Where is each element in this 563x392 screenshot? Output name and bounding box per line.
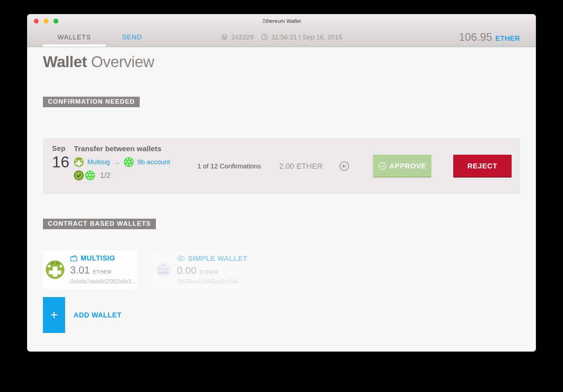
transaction-details: Transfer between wallets Multisig → 9b a…: [74, 138, 197, 180]
approve-button[interactable]: APPROVE: [373, 155, 431, 178]
wallet-balance-unit: ETHER: [93, 269, 112, 275]
approve-label: APPROVE: [390, 162, 426, 170]
zoom-window-button[interactable]: [53, 19, 58, 24]
block-number: 242229: [231, 33, 253, 41]
signature-status: 1/2: [74, 171, 197, 180]
wallet-name: MULTISIG: [81, 254, 115, 262]
incoming-arrow-icon[interactable]: [340, 161, 349, 171]
window-chrome: Ξthereum Wallet WALLETS SEND 242229 11:5…: [27, 14, 536, 47]
wallet-balance: 3.01 ETHER: [70, 264, 137, 276]
page-title-bold: Wallet: [43, 53, 87, 70]
tab-wallets[interactable]: WALLETS: [43, 33, 106, 41]
wallet-balance-unit: ETHER: [200, 269, 218, 275]
eye-icon: [177, 254, 185, 263]
wallet-balance-amount: 0.00: [177, 265, 196, 276]
add-wallet-row: + ADD WALLET: [43, 297, 520, 333]
to-account-link[interactable]: 9b account: [137, 158, 170, 166]
transaction-title: Transfer between wallets: [74, 144, 197, 153]
block-datetime: 11:56:21 | Sep 16, 2015: [272, 33, 342, 41]
main-content: Wallet Overview CONFIRMATION NEEDED Sep …: [27, 47, 536, 352]
balance-unit: ETHER: [495, 34, 520, 43]
wallet-card-multisig[interactable]: MULTISIG 3.01 ETHER 0xbda7aeb6d2002efe3…: [43, 250, 137, 289]
page-title: Wallet Overview: [43, 53, 520, 71]
active-tab-indicator: [43, 44, 106, 47]
window-title: Ξthereum Wallet: [262, 18, 301, 24]
signed-check-icon: [74, 171, 84, 180]
transaction-date: Sep 16: [43, 138, 74, 171]
wallet-icon: [70, 255, 78, 262]
wallet-address: 0xbda7aeb6d2002efe3…: [70, 278, 137, 285]
tab-send[interactable]: SEND: [116, 33, 148, 41]
confirmation-needed-badge: CONFIRMATION NEEDED: [43, 97, 140, 107]
approve-check-icon: [378, 162, 386, 170]
wallet-balance-amount: 3.01: [70, 264, 90, 276]
add-wallet-button[interactable]: +: [43, 297, 65, 333]
wallet-name: SIMPLE WALLET: [188, 255, 247, 263]
contract-wallets-badge: CONTRACT BASED WALLETS: [43, 219, 156, 229]
wallet-balance: 0.00 ETHER: [177, 265, 247, 276]
clock-icon: [261, 33, 268, 41]
total-balance: 106.95 ETHER: [459, 31, 520, 44]
wallet-info: MULTISIG 3.01 ETHER 0xbda7aeb6d2002efe3…: [70, 253, 137, 286]
simple-wallet-identicon: [156, 258, 171, 281]
blocks-icon: [221, 33, 228, 41]
close-window-button[interactable]: [34, 19, 39, 24]
transfer-arrow: →: [113, 158, 120, 166]
transaction-month: Sep: [52, 144, 74, 153]
chain-status: 242229 11:56:21 | Sep 16, 2015: [221, 33, 342, 41]
pending-transaction-card: Sep 16 Transfer between wallets Multisig…: [43, 138, 520, 194]
wallet-name-row: MULTISIG: [70, 254, 137, 262]
minimize-window-button[interactable]: [44, 19, 49, 24]
multisig-identicon: [46, 258, 64, 281]
to-account-identicon: [124, 157, 134, 167]
reject-button[interactable]: REJECT: [453, 155, 512, 178]
wallet-address: 0x53faa10b65aa2e294…: [177, 278, 247, 285]
wallet-name-row: SIMPLE WALLET: [177, 254, 247, 263]
reject-label: REJECT: [468, 162, 498, 170]
wallet-card-simple[interactable]: SIMPLE WALLET 0.00 ETHER 0x53faa10b65aa2…: [153, 250, 247, 289]
wallet-cards: MULTISIG 3.01 ETHER 0xbda7aeb6d2002efe3……: [43, 250, 520, 289]
transaction-day: 16: [52, 153, 74, 171]
balance-amount: 106.95: [459, 31, 492, 44]
wallet-info: SIMPLE WALLET 0.00 ETHER 0x53faa10b65aa2…: [177, 253, 247, 286]
plus-icon: +: [50, 308, 58, 322]
page-title-light: Overview: [91, 53, 154, 70]
transaction-accounts: Multisig → 9b account: [74, 157, 197, 167]
traffic-lights: [34, 19, 58, 24]
navbar: WALLETS SEND 242229 11:56:21 | Sep 16, 2…: [27, 27, 536, 47]
confirmation-count: 1 of 12 Confirmations: [197, 162, 261, 170]
from-account-link[interactable]: Multisig: [87, 158, 110, 166]
add-wallet-label[interactable]: ADD WALLET: [74, 311, 121, 319]
titlebar: Ξthereum Wallet: [27, 14, 536, 27]
app-window: Ξthereum Wallet WALLETS SEND 242229 11:5…: [27, 14, 536, 352]
signature-count: 1/2: [100, 171, 111, 180]
pending-signer-identicon: [85, 171, 95, 180]
transaction-amount: 2.00 ETHER: [279, 162, 323, 171]
multisig-identicon: [74, 157, 84, 167]
